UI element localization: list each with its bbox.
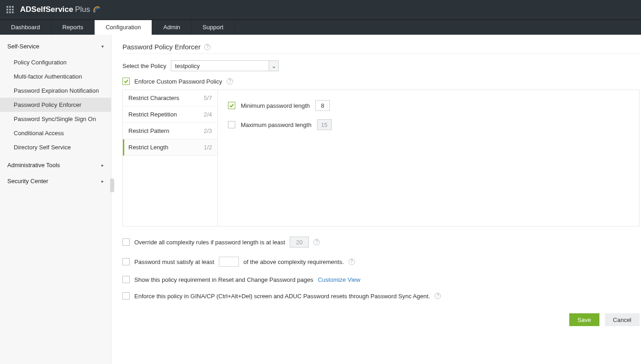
help-icon[interactable]: ? bbox=[434, 293, 441, 299]
select-policy-label: Select the Policy bbox=[122, 63, 166, 69]
enforce-gina-label: Enforce this policy in GINA/CP (Ctrl+Alt… bbox=[134, 293, 430, 300]
sidebar-group-label: Security Center bbox=[7, 178, 48, 185]
vtab-count: 5/7 bbox=[204, 95, 212, 101]
sidebar-group-admin-tools[interactable]: Administrative Tools ▸ bbox=[0, 157, 111, 173]
brand-swirl-icon bbox=[93, 5, 101, 14]
max-length-input[interactable] bbox=[317, 119, 332, 130]
customize-view-link[interactable]: Customize View bbox=[318, 276, 360, 283]
vtab-count: 1/2 bbox=[204, 144, 212, 151]
tab-configuration[interactable]: Configuration bbox=[95, 20, 152, 35]
tab-admin[interactable]: Admin bbox=[152, 20, 191, 35]
sidebar-collapse-handle[interactable] bbox=[110, 179, 114, 192]
vtab-restrict-repetition[interactable]: Restrict Repetition 2/4 bbox=[123, 106, 217, 123]
policy-select[interactable]: ⌄ bbox=[171, 60, 279, 71]
sidebar: Self-Service ▾ Policy Configuration Mult… bbox=[0, 35, 111, 364]
tab-dashboard[interactable]: Dashboard bbox=[0, 20, 52, 35]
sidebar-group-security-center[interactable]: Security Center ▸ bbox=[0, 173, 111, 189]
brand-suffix: Plus bbox=[75, 5, 90, 14]
min-length-label: Minimum password length bbox=[241, 102, 310, 109]
sidebar-item-password-sync[interactable]: Password Sync/Single Sign On bbox=[0, 112, 111, 126]
help-icon[interactable]: ? bbox=[227, 78, 233, 84]
cancel-button[interactable]: Cancel bbox=[605, 313, 640, 326]
chevron-right-icon: ▸ bbox=[101, 179, 104, 184]
sidebar-item-policy-configuration[interactable]: Policy Configuration bbox=[0, 55, 111, 69]
vtab-restrict-length[interactable]: Restrict Length 1/2 bbox=[123, 139, 217, 156]
max-length-checkbox[interactable] bbox=[228, 121, 235, 128]
vtab-label: Restrict Pattern bbox=[128, 127, 170, 134]
main-tabs: Dashboard Reports Configuration Admin Su… bbox=[0, 20, 641, 35]
tab-reports[interactable]: Reports bbox=[52, 20, 95, 35]
chevron-down-icon: ▾ bbox=[101, 44, 104, 49]
override-complexity-label: Override all complexity rules if passwor… bbox=[134, 239, 285, 246]
vtab-restrict-characters[interactable]: Restrict Characters 5/7 bbox=[123, 90, 217, 106]
min-length-checkbox[interactable] bbox=[228, 102, 235, 109]
brand-logo: ADSelfService Plus bbox=[20, 5, 101, 14]
sidebar-item-password-policy-enforcer[interactable]: Password Policy Enforcer bbox=[0, 98, 111, 112]
vtab-count: 2/4 bbox=[204, 111, 212, 118]
rules-panel-body: Minimum password length Maximum password… bbox=[218, 90, 639, 226]
override-length-input[interactable] bbox=[290, 237, 309, 248]
enforce-gina-checkbox[interactable] bbox=[122, 292, 130, 300]
show-policy-label: Show this policy requirement in Reset an… bbox=[134, 276, 313, 283]
vtab-label: Restrict Length bbox=[128, 144, 168, 151]
vtab-restrict-pattern[interactable]: Restrict Pattern 2/3 bbox=[123, 123, 217, 139]
tab-support[interactable]: Support bbox=[191, 20, 235, 35]
save-button[interactable]: Save bbox=[569, 313, 599, 326]
sidebar-group-self-service[interactable]: Self-Service ▾ bbox=[0, 38, 111, 54]
help-icon[interactable]: ? bbox=[313, 239, 320, 245]
chevron-right-icon: ▸ bbox=[101, 163, 104, 168]
chevron-down-icon[interactable]: ⌄ bbox=[269, 60, 279, 71]
help-icon[interactable]: ? bbox=[204, 44, 211, 50]
apps-grid-icon[interactable] bbox=[6, 6, 14, 13]
rules-vertical-tabs: Restrict Characters 5/7 Restrict Repetit… bbox=[123, 90, 218, 226]
sidebar-item-mfa[interactable]: Multi-factor Authentication bbox=[0, 69, 111, 84]
max-length-label: Maximum password length bbox=[241, 121, 312, 128]
min-length-input[interactable] bbox=[315, 100, 330, 111]
enforce-policy-checkbox[interactable] bbox=[122, 78, 130, 85]
show-policy-checkbox[interactable] bbox=[122, 276, 130, 283]
vtab-label: Restrict Characters bbox=[128, 95, 179, 101]
vtab-label: Restrict Repetition bbox=[128, 111, 177, 118]
brand-name: ADSelfService bbox=[20, 5, 73, 14]
sidebar-group-label: Self-Service bbox=[7, 43, 39, 50]
enforce-policy-label: Enforce Custom Password Policy bbox=[134, 78, 222, 85]
sidebar-item-password-expiration[interactable]: Password Expiration Notification bbox=[0, 84, 111, 98]
satisfy-label-post: of the above complexity requirements. bbox=[244, 258, 344, 265]
sidebar-item-conditional-access[interactable]: Conditional Access bbox=[0, 126, 111, 140]
top-bar: ADSelfService Plus bbox=[0, 0, 641, 20]
rules-panel: Restrict Characters 5/7 Restrict Repetit… bbox=[122, 90, 640, 227]
main-content: Password Policy Enforcer ? Select the Po… bbox=[111, 35, 641, 364]
override-complexity-checkbox[interactable] bbox=[122, 238, 130, 246]
satisfy-label-pre: Password must satisfy at least bbox=[134, 258, 214, 265]
policy-select-value[interactable] bbox=[171, 60, 269, 71]
help-icon[interactable]: ? bbox=[349, 258, 355, 265]
vtab-count: 2/3 bbox=[204, 127, 212, 134]
sidebar-group-label: Administrative Tools bbox=[7, 162, 60, 169]
sidebar-item-directory-self-service[interactable]: Directory Self Service bbox=[0, 140, 111, 154]
satisfy-count-input[interactable] bbox=[219, 257, 239, 267]
satisfy-count-checkbox[interactable] bbox=[122, 258, 130, 265]
page-title: Password Policy Enforcer bbox=[122, 43, 201, 51]
